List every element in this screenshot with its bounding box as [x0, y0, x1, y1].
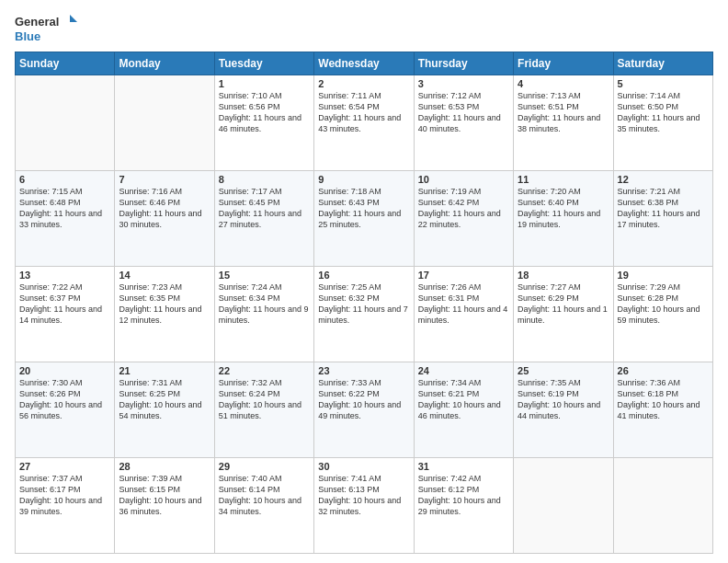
weekday-header-thursday: Thursday	[414, 52, 513, 75]
calendar-cell: 3Sunrise: 7:12 AMSunset: 6:53 PMDaylight…	[414, 75, 513, 171]
day-info: Sunrise: 7:41 AMSunset: 6:13 PMDaylight:…	[318, 473, 409, 518]
day-info: Sunrise: 7:26 AMSunset: 6:31 PMDaylight:…	[418, 282, 509, 327]
day-number: 1	[219, 78, 310, 89]
calendar-cell: 14Sunrise: 7:23 AMSunset: 6:35 PMDayligh…	[115, 267, 214, 362]
day-info: Sunrise: 7:42 AMSunset: 6:12 PMDaylight:…	[418, 473, 509, 518]
calendar-cell: 25Sunrise: 7:35 AMSunset: 6:19 PMDayligh…	[514, 362, 613, 458]
day-number: 12	[618, 174, 709, 185]
calendar-cell: 6Sunrise: 7:15 AMSunset: 6:48 PMDaylight…	[16, 171, 115, 267]
day-info: Sunrise: 7:14 AMSunset: 6:50 PMDaylight:…	[618, 90, 709, 135]
day-number: 8	[219, 174, 310, 185]
day-info: Sunrise: 7:35 AMSunset: 6:19 PMDaylight:…	[518, 377, 609, 422]
calendar-table: SundayMondayTuesdayWednesdayThursdayFrid…	[15, 52, 713, 554]
svg-text:General: General	[15, 15, 59, 29]
calendar-cell: 31Sunrise: 7:42 AMSunset: 6:12 PMDayligh…	[414, 458, 513, 554]
day-info: Sunrise: 7:40 AMSunset: 6:14 PMDaylight:…	[219, 473, 310, 518]
day-info: Sunrise: 7:31 AMSunset: 6:25 PMDaylight:…	[119, 377, 210, 422]
calendar-cell: 26Sunrise: 7:36 AMSunset: 6:18 PMDayligh…	[613, 362, 712, 458]
weekday-header-friday: Friday	[514, 52, 613, 75]
day-number: 18	[518, 270, 609, 281]
calendar-cell: 18Sunrise: 7:27 AMSunset: 6:29 PMDayligh…	[514, 267, 613, 362]
calendar-cell: 27Sunrise: 7:37 AMSunset: 6:17 PMDayligh…	[16, 458, 115, 554]
day-number: 14	[119, 270, 210, 281]
day-info: Sunrise: 7:11 AMSunset: 6:54 PMDaylight:…	[318, 90, 409, 135]
day-info: Sunrise: 7:32 AMSunset: 6:24 PMDaylight:…	[219, 377, 310, 422]
page: General Blue SundayMondayTuesdayWednesda…	[0, 0, 728, 563]
day-info: Sunrise: 7:12 AMSunset: 6:53 PMDaylight:…	[418, 90, 509, 135]
weekday-header-monday: Monday	[115, 52, 214, 75]
day-info: Sunrise: 7:37 AMSunset: 6:17 PMDaylight:…	[19, 473, 110, 518]
calendar-cell: 30Sunrise: 7:41 AMSunset: 6:13 PMDayligh…	[314, 458, 414, 554]
calendar-cell: 7Sunrise: 7:16 AMSunset: 6:46 PMDaylight…	[115, 171, 214, 267]
day-info: Sunrise: 7:18 AMSunset: 6:43 PMDaylight:…	[318, 186, 409, 231]
weekday-header-saturday: Saturday	[613, 52, 712, 75]
day-info: Sunrise: 7:29 AMSunset: 6:28 PMDaylight:…	[618, 282, 709, 327]
day-number: 26	[618, 365, 709, 376]
weekday-header-tuesday: Tuesday	[214, 52, 313, 75]
day-number: 31	[418, 461, 509, 472]
calendar-cell	[613, 458, 712, 554]
day-info: Sunrise: 7:25 AMSunset: 6:32 PMDaylight:…	[318, 282, 409, 327]
day-info: Sunrise: 7:36 AMSunset: 6:18 PMDaylight:…	[618, 377, 709, 422]
calendar-cell: 21Sunrise: 7:31 AMSunset: 6:25 PMDayligh…	[115, 362, 214, 458]
day-number: 22	[219, 365, 310, 376]
day-number: 5	[618, 78, 709, 89]
calendar-cell: 5Sunrise: 7:14 AMSunset: 6:50 PMDaylight…	[613, 75, 712, 171]
day-number: 2	[318, 78, 409, 89]
logo-icon: General Blue	[15, 11, 79, 46]
calendar-cell: 15Sunrise: 7:24 AMSunset: 6:34 PMDayligh…	[214, 267, 313, 362]
calendar-cell: 24Sunrise: 7:34 AMSunset: 6:21 PMDayligh…	[414, 362, 513, 458]
day-info: Sunrise: 7:33 AMSunset: 6:22 PMDaylight:…	[318, 377, 409, 422]
day-info: Sunrise: 7:23 AMSunset: 6:35 PMDaylight:…	[119, 282, 210, 327]
calendar-cell	[514, 458, 613, 554]
svg-text:Blue: Blue	[15, 29, 40, 43]
calendar-cell	[115, 75, 214, 171]
calendar-cell: 8Sunrise: 7:17 AMSunset: 6:45 PMDaylight…	[214, 171, 313, 267]
day-info: Sunrise: 7:16 AMSunset: 6:46 PMDaylight:…	[119, 186, 210, 231]
day-number: 3	[418, 78, 509, 89]
day-info: Sunrise: 7:30 AMSunset: 6:26 PMDaylight:…	[19, 377, 110, 422]
calendar-cell: 2Sunrise: 7:11 AMSunset: 6:54 PMDaylight…	[314, 75, 414, 171]
header: General Blue	[15, 11, 713, 46]
calendar-cell: 19Sunrise: 7:29 AMSunset: 6:28 PMDayligh…	[613, 267, 712, 362]
logo: General Blue	[15, 11, 79, 46]
calendar-cell: 22Sunrise: 7:32 AMSunset: 6:24 PMDayligh…	[214, 362, 313, 458]
calendar-cell: 17Sunrise: 7:26 AMSunset: 6:31 PMDayligh…	[414, 267, 513, 362]
weekday-header-row: SundayMondayTuesdayWednesdayThursdayFrid…	[16, 52, 713, 75]
day-info: Sunrise: 7:20 AMSunset: 6:40 PMDaylight:…	[518, 186, 609, 231]
day-info: Sunrise: 7:24 AMSunset: 6:34 PMDaylight:…	[219, 282, 310, 327]
calendar-cell: 20Sunrise: 7:30 AMSunset: 6:26 PMDayligh…	[16, 362, 115, 458]
day-number: 28	[119, 461, 210, 472]
day-number: 6	[19, 174, 110, 185]
calendar-cell: 13Sunrise: 7:22 AMSunset: 6:37 PMDayligh…	[16, 267, 115, 362]
day-number: 23	[318, 365, 409, 376]
day-number: 4	[518, 78, 609, 89]
day-number: 16	[318, 270, 409, 281]
svg-marker-3	[70, 15, 77, 22]
day-number: 9	[318, 174, 409, 185]
calendar-cell: 10Sunrise: 7:19 AMSunset: 6:42 PMDayligh…	[414, 171, 513, 267]
day-info: Sunrise: 7:15 AMSunset: 6:48 PMDaylight:…	[19, 186, 110, 231]
day-info: Sunrise: 7:27 AMSunset: 6:29 PMDaylight:…	[518, 282, 609, 327]
day-info: Sunrise: 7:13 AMSunset: 6:51 PMDaylight:…	[518, 90, 609, 135]
calendar-week-2: 6Sunrise: 7:15 AMSunset: 6:48 PMDaylight…	[16, 171, 713, 267]
calendar-cell	[16, 75, 115, 171]
day-info: Sunrise: 7:39 AMSunset: 6:15 PMDaylight:…	[119, 473, 210, 518]
day-number: 20	[19, 365, 110, 376]
calendar-cell: 23Sunrise: 7:33 AMSunset: 6:22 PMDayligh…	[314, 362, 414, 458]
day-number: 19	[618, 270, 709, 281]
day-info: Sunrise: 7:34 AMSunset: 6:21 PMDaylight:…	[418, 377, 509, 422]
day-info: Sunrise: 7:19 AMSunset: 6:42 PMDaylight:…	[418, 186, 509, 231]
day-number: 11	[518, 174, 609, 185]
calendar-cell: 4Sunrise: 7:13 AMSunset: 6:51 PMDaylight…	[514, 75, 613, 171]
weekday-header-sunday: Sunday	[16, 52, 115, 75]
day-info: Sunrise: 7:22 AMSunset: 6:37 PMDaylight:…	[19, 282, 110, 327]
day-info: Sunrise: 7:17 AMSunset: 6:45 PMDaylight:…	[219, 186, 310, 231]
calendar-week-4: 20Sunrise: 7:30 AMSunset: 6:26 PMDayligh…	[16, 362, 713, 458]
day-number: 13	[19, 270, 110, 281]
weekday-header-wednesday: Wednesday	[314, 52, 414, 75]
calendar-cell: 29Sunrise: 7:40 AMSunset: 6:14 PMDayligh…	[214, 458, 313, 554]
calendar-week-1: 1Sunrise: 7:10 AMSunset: 6:56 PMDaylight…	[16, 75, 713, 171]
day-number: 30	[318, 461, 409, 472]
calendar-week-5: 27Sunrise: 7:37 AMSunset: 6:17 PMDayligh…	[16, 458, 713, 554]
